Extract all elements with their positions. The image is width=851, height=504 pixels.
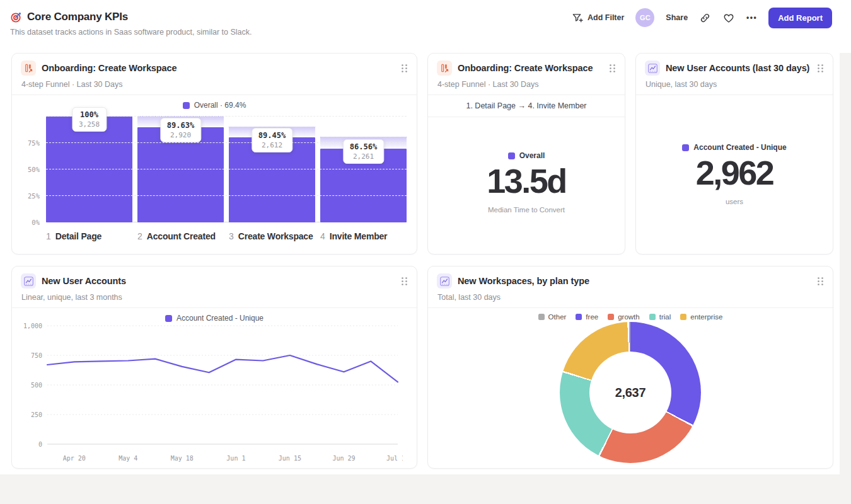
accounts-card-title[interactable]: New User Accounts (last 30 days) <box>666 63 809 73</box>
donut-legend: Otherfreegrowthtrialenterprise <box>428 313 833 321</box>
legend-item-Other[interactable]: Other <box>538 313 567 321</box>
insights-report-icon <box>645 60 660 76</box>
divider <box>12 94 417 95</box>
copy-link-icon[interactable] <box>699 12 711 24</box>
legend-label: trial <box>659 313 671 321</box>
share-label: Share <box>666 13 688 22</box>
accounts-legend-label: Account Created - Unique <box>693 143 786 152</box>
accounts-caption: users <box>636 198 833 205</box>
funnel-step-number: 1 <box>46 231 51 241</box>
legend-label: Other <box>548 313 567 321</box>
funnel-y-tick: 50% <box>21 166 40 173</box>
step-range-label: 1. Detail Page → 4. Invite Member <box>428 95 625 117</box>
donut-chart-card: New Workspaces, by plan type Total, last… <box>427 266 833 469</box>
funnel-bars: 100%3,25889.63%2,92089.45%2,61286.56%2,2… <box>46 117 407 222</box>
median-time-value: 13.5d <box>428 161 625 200</box>
funnel-step-name: Account Created <box>147 231 216 241</box>
donut-chart[interactable]: 2,637 <box>560 322 701 463</box>
legend-label: free <box>586 313 598 321</box>
legend-swatch <box>508 152 515 159</box>
donut-card-subtitle: Total, last 30 days <box>437 293 825 302</box>
target-emoji-icon <box>10 11 22 23</box>
more-options-button[interactable]: ••• <box>746 13 757 22</box>
funnel-conversion-pct: 89.63% <box>167 121 194 130</box>
funnel-card-title[interactable]: Onboarding: Create Workspace <box>42 63 177 73</box>
avatar[interactable]: GC <box>635 8 654 27</box>
funnel-step-label: 3Create Workspace <box>229 231 315 241</box>
legend-swatch <box>608 314 614 320</box>
accounts-legend[interactable]: Account Created - Unique <box>636 143 833 152</box>
funnel-bar[interactable] <box>46 117 132 222</box>
title-block: Core Company KPIs This dataset tracks ac… <box>10 11 252 37</box>
funnel-plot: 100%3,25889.63%2,92089.45%2,61286.56%2,2… <box>21 117 408 222</box>
drag-handle-icon[interactable] <box>400 275 409 287</box>
svg-text:1,000: 1,000 <box>23 323 42 329</box>
divider <box>12 307 417 308</box>
filter-plus-icon <box>572 13 583 23</box>
line-chart[interactable]: 1,0007505002500Apr 20May 4May 18Jun 1Jun… <box>18 319 403 468</box>
accounts-card-header: New User Accounts (last 30 days) Unique,… <box>636 54 833 89</box>
time-legend-label: Overall <box>519 151 545 160</box>
funnel-step-label: 2Account Created <box>137 231 224 241</box>
legend-item-free[interactable]: free <box>576 313 598 321</box>
add-filter-label: Add Filter <box>588 13 624 22</box>
favorite-heart-icon[interactable] <box>722 12 735 24</box>
funnel-count: 3,258 <box>79 120 100 129</box>
funnel-bar-slot[interactable]: 89.63%2,920 <box>137 117 224 222</box>
donut-card-title[interactable]: New Workspaces, by plan type <box>458 276 589 286</box>
funnel-step-name: Create Workspace <box>238 231 313 241</box>
funnel-step-number: 3 <box>229 231 234 241</box>
line-chart-card: New User Accounts Linear, unique, last 3… <box>11 266 417 469</box>
funnel-count: 2,261 <box>350 152 377 161</box>
funnel-tooltip: 89.63%2,920 <box>160 118 201 142</box>
svg-text:Jun 1: Jun 1 <box>226 455 245 462</box>
funnel-count: 2,920 <box>167 131 194 139</box>
legend-item-trial[interactable]: trial <box>649 313 671 321</box>
funnel-conversion-pct: 100% <box>79 110 100 119</box>
funnel-count: 2,612 <box>258 141 286 149</box>
funnel-report-icon <box>437 60 452 76</box>
legend-swatch <box>183 102 190 109</box>
time-card-title[interactable]: Onboarding: Create Workspace <box>458 63 593 73</box>
drag-handle-icon[interactable] <box>816 62 825 74</box>
donut-total: 2,637 <box>615 386 646 400</box>
legend-label: enterprise <box>690 313 722 321</box>
svg-text:Jun 29: Jun 29 <box>332 455 355 462</box>
legend-swatch <box>538 314 545 320</box>
svg-text:750: 750 <box>31 352 42 359</box>
funnel-bar-slot[interactable]: 86.56%2,261 <box>320 117 407 222</box>
funnel-step-label: 4Invite Member <box>320 231 407 241</box>
funnel-step-number: 4 <box>320 231 325 241</box>
time-card-header: Onboarding: Create Workspace 4-step Funn… <box>428 54 625 89</box>
header-actions: Add Filter GC Share ••• Add Report <box>572 7 832 28</box>
funnel-bar-slot[interactable]: 89.45%2,612 <box>229 117 315 222</box>
scroll-gutter <box>840 40 851 475</box>
drag-handle-icon[interactable] <box>816 275 825 287</box>
insights-report-icon <box>21 273 36 289</box>
share-button[interactable]: Share <box>666 13 688 22</box>
funnel-card-header: Onboarding: Create Workspace 4-step Funn… <box>12 54 417 89</box>
funnel-step-name: Invite Member <box>330 231 388 241</box>
funnel-bar-slot[interactable]: 100%3,258 <box>46 117 132 222</box>
funnel-conversion-pct: 86.56% <box>350 142 377 151</box>
drag-handle-icon[interactable] <box>608 62 617 74</box>
page-title: Core Company KPIs <box>27 11 128 23</box>
divider <box>428 117 625 117</box>
time-card-subtitle: 4-step Funnel · Last 30 Days <box>437 80 617 89</box>
page-subtitle: This dataset tracks actions in Saas soft… <box>10 28 252 37</box>
funnel-legend-label: Overall · 69.4% <box>194 101 246 110</box>
time-to-convert-card: Onboarding: Create Workspace 4-step Funn… <box>427 53 625 255</box>
svg-text:500: 500 <box>31 382 42 389</box>
funnel-conversion-pct: 89.45% <box>258 131 286 140</box>
funnel-step-name: Detail Page <box>55 231 101 241</box>
funnel-step-number: 2 <box>137 231 142 241</box>
time-legend[interactable]: Overall <box>428 151 625 160</box>
legend-item-enterprise[interactable]: enterprise <box>680 313 722 321</box>
line-card-title[interactable]: New User Accounts <box>42 276 126 286</box>
funnel-tooltip: 86.56%2,261 <box>343 139 384 164</box>
add-report-button[interactable]: Add Report <box>768 8 832 28</box>
line-card-header: New User Accounts Linear, unique, last 3… <box>12 266 417 302</box>
drag-handle-icon[interactable] <box>400 62 409 74</box>
add-filter-button[interactable]: Add Filter <box>572 13 624 23</box>
legend-item-growth[interactable]: growth <box>608 313 640 321</box>
